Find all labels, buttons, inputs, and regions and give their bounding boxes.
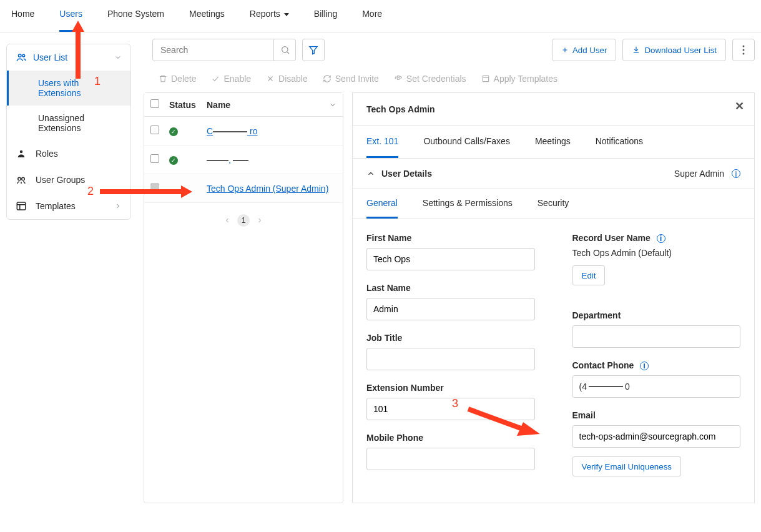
search-icon[interactable] (273, 39, 296, 61)
nav-users[interactable]: Users (59, 9, 82, 32)
sidebar-roles[interactable]: Roles (7, 140, 130, 167)
sidebar-user-groups[interactable]: User Groups (7, 167, 130, 193)
pager-prev[interactable] (223, 217, 231, 224)
list-header: Status Name (144, 93, 343, 117)
download-user-list-button[interactable]: Download User List (622, 39, 726, 61)
mobile-input[interactable] (366, 448, 535, 470)
disable-action[interactable]: Disable (266, 74, 308, 84)
add-user-button[interactable]: Add User (552, 39, 617, 61)
user-link[interactable]: Tech Ops Admin (Super Admin) (207, 184, 328, 194)
apply-templates-action[interactable]: Apply Templates (481, 74, 557, 84)
check-icon (211, 74, 220, 83)
svg-point-0 (19, 54, 22, 57)
table-row[interactable]: ✓ C ro (144, 117, 343, 145)
close-button[interactable]: ✕ (735, 99, 744, 113)
download-icon (632, 46, 641, 54)
detail-header: Tech Ops Admin ✕ (353, 92, 754, 126)
sidebar-users-with-extensions[interactable]: Users with Extensions (7, 71, 130, 106)
nav-phone-system[interactable]: Phone System (107, 9, 164, 32)
user-link[interactable]: , (207, 155, 248, 165)
nav-more[interactable]: More (362, 9, 382, 32)
sidebar-templates-label: Templates (36, 201, 76, 211)
svg-point-19 (397, 77, 400, 80)
nav-home[interactable]: Home (11, 9, 34, 32)
template-icon (16, 200, 27, 212)
table-row[interactable]: ✓ , (144, 145, 343, 174)
tab-notifications[interactable]: Notifications (596, 126, 643, 158)
delete-action[interactable]: Delete (159, 74, 196, 84)
sidebar-templates[interactable]: Templates (7, 193, 130, 219)
sidebar-unassigned-extensions[interactable]: Unassigned Extensions (7, 106, 130, 140)
top-nav: Home Users Phone System Meetings Reports… (0, 0, 761, 32)
person-icon (16, 148, 27, 159)
pager: 1 (144, 203, 343, 238)
send-invite-label: Send Invite (335, 74, 379, 84)
info-icon[interactable]: i (732, 169, 740, 178)
user-link[interactable]: C ro (207, 126, 257, 136)
table-row[interactable]: Tech Ops Admin (Super Admin) (144, 174, 343, 203)
record-name-label: Record User Name i (572, 233, 741, 243)
enable-action[interactable]: Enable (211, 74, 251, 84)
x-icon (266, 74, 275, 83)
row-checkbox[interactable] (150, 126, 159, 134)
detail-title: Tech Ops Admin (366, 104, 435, 114)
tab-meetings[interactable]: Meetings (535, 126, 571, 158)
more-menu-button[interactable] (732, 39, 755, 61)
nav-meetings[interactable]: Meetings (189, 9, 225, 32)
edit-record-name-button[interactable]: Edit (572, 265, 606, 285)
group-icon (16, 174, 27, 185)
svg-marker-10 (310, 47, 317, 54)
job-title-input[interactable] (366, 348, 535, 370)
pager-next[interactable] (256, 217, 263, 224)
contact-phone-label: Contact Phone i (572, 360, 741, 370)
sidebar: User List Users with Extensions Unassign… (6, 44, 131, 503)
row-checkbox[interactable] (150, 154, 159, 163)
row-checkbox[interactable] (150, 183, 159, 192)
extension-input[interactable] (366, 398, 535, 420)
section-user-details[interactable]: User Details Super Admin i (353, 159, 754, 189)
info-icon[interactable]: i (640, 362, 649, 370)
nav-billing[interactable]: Billing (314, 9, 337, 32)
detail-tabs: Ext. 101 Outbound Calls/Faxes Meetings N… (353, 126, 754, 159)
svg-point-2 (20, 150, 23, 154)
status-active-icon: ✓ (169, 127, 178, 136)
pager-page-1[interactable]: 1 (237, 214, 250, 227)
select-all-checkbox[interactable] (150, 99, 159, 108)
last-name-input[interactable] (366, 298, 535, 320)
chevron-down-icon (114, 54, 122, 61)
first-name-input[interactable] (366, 248, 535, 270)
subtab-settings[interactable]: Settings & Permissions (423, 189, 513, 219)
add-user-label: Add User (572, 46, 607, 55)
chevron-right-icon (114, 202, 122, 210)
filter-button[interactable] (302, 39, 325, 61)
subtab-general[interactable]: General (366, 189, 398, 219)
tab-ext[interactable]: Ext. 101 (366, 126, 398, 158)
nav-reports[interactable]: Reports (250, 9, 289, 32)
info-icon[interactable]: i (657, 234, 665, 243)
kebab-icon (742, 45, 745, 55)
contact-phone-input[interactable]: (4 0 (572, 375, 741, 398)
gear-icon (394, 74, 403, 83)
sidebar-user-list[interactable]: User List (7, 44, 130, 71)
last-name-label: Last Name (366, 283, 535, 293)
col-name-header[interactable]: Name (207, 100, 230, 110)
plus-icon (561, 46, 569, 54)
set-credentials-label: Set Credentials (406, 74, 466, 84)
svg-point-16 (743, 53, 745, 55)
subtab-security[interactable]: Security (538, 189, 569, 219)
role-label: Super Admin (674, 169, 724, 179)
verify-email-button[interactable]: Verify Email Uniqueness (572, 456, 681, 476)
email-input[interactable] (572, 425, 741, 448)
email-label: Email (572, 410, 741, 420)
set-credentials-action[interactable]: Set Credentials (394, 74, 466, 84)
department-input[interactable] (572, 325, 741, 348)
send-invite-action[interactable]: Send Invite (323, 74, 379, 84)
chevron-down-icon[interactable] (329, 101, 336, 109)
status-active-icon: ✓ (169, 156, 178, 165)
col-status-header[interactable]: Status (169, 100, 207, 110)
svg-point-1 (22, 54, 25, 57)
tab-outbound[interactable]: Outbound Calls/Faxes (423, 126, 510, 158)
svg-rect-5 (17, 202, 26, 210)
svg-rect-20 (483, 76, 488, 81)
refresh-icon (323, 74, 331, 83)
